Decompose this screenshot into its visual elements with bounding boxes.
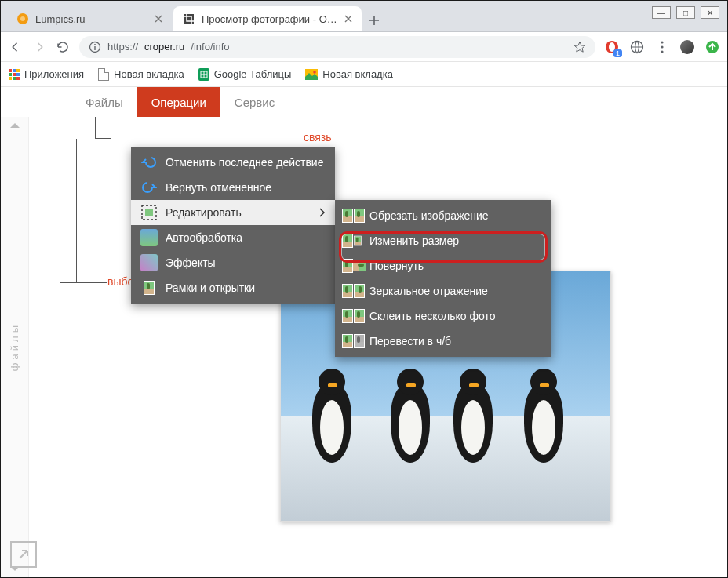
extension-badge: 1 <box>613 49 622 57</box>
bookmarks-apps[interactable]: Приложения <box>9 68 84 80</box>
thumb-pair-icon <box>344 282 362 300</box>
tab-croper[interactable]: Просмотр фотографии - Онлай <box>173 6 362 31</box>
sheets-icon <box>198 68 209 81</box>
penguin-icon <box>383 369 438 471</box>
submenu-item-stitch[interactable]: Склеить несколько фото <box>335 304 551 329</box>
tab-title: Lumpics.ru <box>35 13 148 25</box>
operations-menu: Отменить последнее действие Вернуть отме… <box>131 147 335 304</box>
extension-globe-icon[interactable] <box>630 40 644 54</box>
menu-files[interactable]: Файлы <box>71 87 137 117</box>
favicon-crop-icon <box>183 13 195 25</box>
svg-point-11 <box>661 50 663 53</box>
menu-item-undo[interactable]: Отменить последнее действие <box>131 150 335 175</box>
menu-item-label: Повернуть <box>369 260 424 272</box>
site-info-icon[interactable] <box>89 41 101 53</box>
frames-icon <box>140 279 158 296</box>
window-close-button[interactable]: ✕ <box>701 6 719 19</box>
menu-operations[interactable]: Операции <box>137 87 220 117</box>
bookmark-item[interactable]: Google Таблицы <box>198 68 292 81</box>
submenu-item-rotate[interactable]: Повернуть <box>335 253 551 278</box>
auto-icon <box>140 229 158 246</box>
bookmark-label: Новая вкладка <box>114 68 184 80</box>
back-button[interactable] <box>9 40 23 54</box>
url-input[interactable]: https://croper.ru/info/info <box>79 36 595 58</box>
new-tab-button[interactable] <box>363 9 385 31</box>
star-icon <box>573 41 586 53</box>
svg-point-16 <box>313 71 316 74</box>
tree-branch <box>60 275 107 283</box>
minimize-icon: — <box>657 9 665 17</box>
svg-point-9 <box>661 41 663 43</box>
menu-item-auto[interactable]: Автообработка <box>131 225 335 250</box>
landscape-icon <box>305 69 318 80</box>
close-icon: ✕ <box>707 9 713 17</box>
extension-opera-icon[interactable]: 1 <box>605 40 619 54</box>
submenu-item-crop[interactable]: Обрезать изображение <box>335 203 551 228</box>
chevron-right-icon <box>319 208 326 217</box>
browser-window: — □ ✕ Lumpics.ru Просмотр фотографии - О… <box>0 0 728 578</box>
forward-button[interactable] <box>32 40 46 54</box>
penguin-icon <box>304 369 359 471</box>
undo-icon <box>140 154 158 171</box>
edit-marquee-icon <box>140 204 158 221</box>
expand-corner-button[interactable] <box>10 541 37 568</box>
menu-item-label: Склеить несколько фото <box>369 310 496 322</box>
penguin-icon <box>516 369 571 471</box>
menu-item-label: Редактировать <box>166 206 242 219</box>
bookmark-item[interactable]: Новая вкладка <box>305 68 393 80</box>
arrow-out-icon <box>16 547 31 562</box>
tab-close-icon[interactable] <box>344 15 352 23</box>
favicon-orange-icon <box>16 13 29 25</box>
arrow-left-icon <box>9 40 23 54</box>
dots-vertical-icon <box>661 41 664 53</box>
bookmark-item[interactable]: Новая вкладка <box>98 68 184 81</box>
thumb-pair-icon <box>344 333 362 350</box>
reload-icon <box>56 40 70 54</box>
url-path: /info/info <box>191 41 229 53</box>
svg-point-10 <box>661 45 663 48</box>
apps-label: Приложения <box>24 68 84 80</box>
submenu-item-grayscale[interactable]: Перевести в ч/б <box>335 329 551 354</box>
window-minimize-button[interactable]: — <box>652 6 671 19</box>
menu-item-label: Вернуть отмененное <box>166 181 271 194</box>
menu-service[interactable]: Сервис <box>220 87 289 117</box>
fx-icon <box>140 254 158 271</box>
submenu-item-resize[interactable]: Изменить размер <box>335 228 551 253</box>
redo-icon <box>140 179 158 196</box>
page-icon <box>98 68 109 81</box>
menu-item-label: Перевести в ч/б <box>369 335 451 347</box>
tab-close-icon[interactable] <box>155 15 162 23</box>
bookmarks-bar: Приложения Новая вкладка Google Таблицы … <box>1 62 727 87</box>
menu-item-fx[interactable]: Эффекты <box>131 250 335 275</box>
menu-item-label: Автообработка <box>166 231 242 244</box>
menu-item-redo[interactable]: Вернуть отмененное <box>131 175 335 200</box>
thumb-pair-icon <box>344 207 362 224</box>
menu-item-edit[interactable]: Редактировать <box>131 200 335 225</box>
menu-item-frames[interactable]: Рамки и открытки <box>131 275 335 300</box>
tab-title: Просмотр фотографии - Онлай <box>202 13 338 25</box>
extension-up-icon[interactable] <box>705 40 719 54</box>
toolbar-right: 1 <box>605 40 719 54</box>
bookmark-label: Google Таблицы <box>214 68 292 80</box>
arrow-right-icon <box>32 40 46 54</box>
bookmark-star-button[interactable] <box>573 41 586 53</box>
window-maximize-button[interactable]: □ <box>676 6 695 19</box>
penguin-icon <box>446 369 500 471</box>
menu-item-label: Обрезать изображение <box>369 209 489 222</box>
menu-label: Сервис <box>235 96 275 109</box>
tab-lumpics[interactable]: Lumpics.ru <box>7 6 172 31</box>
app-menubar: Файлы Операции Сервис <box>1 87 727 117</box>
submenu-item-mirror[interactable]: Зеркальное отражение <box>335 278 551 304</box>
menu-item-label: Эффекты <box>166 256 216 269</box>
menu-item-label: Отменить последнее действие <box>166 156 323 169</box>
address-bar: https://croper.ru/info/info 1 <box>1 32 727 62</box>
tree-branch <box>76 139 107 283</box>
overflow-menu-button[interactable] <box>655 40 669 54</box>
svg-rect-2 <box>184 14 194 24</box>
reload-button[interactable] <box>56 40 70 54</box>
sidebar-files[interactable]: файлы <box>1 117 29 577</box>
content-area: связь редактирование фото выбор файла От… <box>29 117 727 577</box>
svg-rect-5 <box>94 46 95 50</box>
bg-link[interactable]: связь <box>304 131 332 144</box>
profile-avatar[interactable] <box>680 40 694 54</box>
